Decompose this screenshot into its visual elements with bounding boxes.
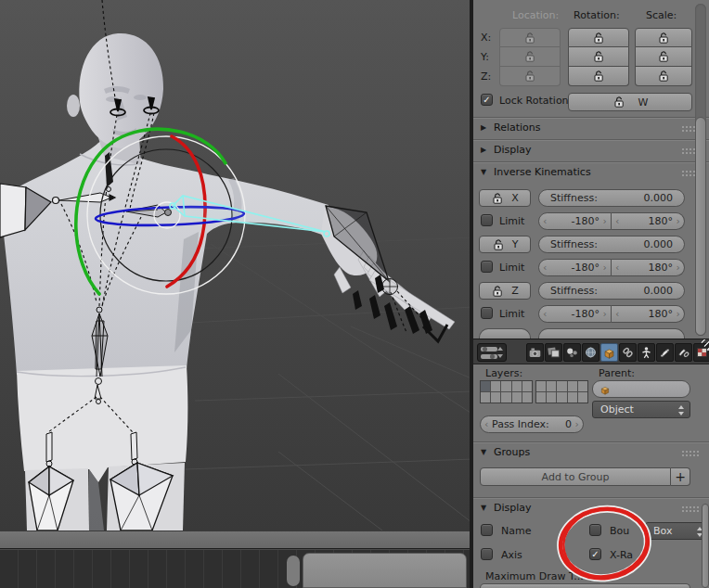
viewport-canvas[interactable] (0, 0, 473, 530)
ik-z-max-value: 180° (649, 308, 674, 320)
increment-icon[interactable]: › (575, 418, 579, 430)
scale-z-lock-button[interactable] (635, 67, 692, 86)
3d-viewport[interactable] (0, 0, 473, 530)
scale-lock-column (635, 28, 692, 86)
ik-y-min-field[interactable]: ‹ -180° › (538, 259, 612, 276)
layers-grid-left[interactable] (480, 380, 533, 403)
tab-bone-constraints[interactable] (675, 343, 692, 362)
stiffness-label: Stiffness: (550, 285, 598, 297)
groups-panel-header[interactable]: ▼ Groups (473, 441, 709, 462)
display-object-panel-header[interactable]: ▼ Display (473, 497, 709, 518)
increment-icon[interactable]: › (677, 215, 680, 227)
ik-z-limit-checkbox[interactable] (481, 307, 493, 319)
parent-type-dropdown[interactable]: Object (592, 401, 690, 418)
decrement-icon[interactable]: ‹ (615, 262, 619, 274)
ik-lock-x-button[interactable]: X (479, 189, 531, 207)
collapsed-arrow-icon: ▶ (481, 146, 486, 154)
scrollbar-thumb[interactable] (702, 504, 709, 588)
scale-x-lock-button[interactable] (635, 28, 692, 47)
scale-y-lock-button[interactable] (635, 47, 692, 67)
ik-z-min-value: -180° (572, 308, 599, 320)
editor-type-selector[interactable] (477, 343, 507, 362)
tab-render[interactable] (526, 343, 544, 362)
w-lock-label: W (638, 96, 649, 109)
ik-x-min-field[interactable]: ‹ -180° › (538, 212, 612, 230)
scrollbar-thumb[interactable] (695, 117, 706, 336)
increment-icon[interactable]: › (603, 215, 607, 227)
editor-resize-corner[interactable] (149, 554, 165, 569)
ik-z-limit-label: Limit (499, 308, 524, 320)
maximum-draw-type-label: Maximum Draw T... (485, 570, 584, 582)
increment-icon[interactable]: › (603, 262, 607, 274)
object-properties-panel: Layers: Parent: Object ‹ Pass Index: 0 ›… (473, 364, 709, 588)
ik-z-stiffness-slider[interactable]: Stiffness: 0.000 (538, 282, 685, 300)
stiffness-value: 0.000 (644, 192, 674, 204)
tab-bone[interactable] (656, 343, 674, 362)
tab-world[interactable] (582, 343, 599, 362)
timeline-strip[interactable] (0, 550, 473, 588)
add-to-group-button[interactable]: Add to Group (480, 467, 671, 486)
decrement-icon[interactable]: ‹ (615, 308, 619, 320)
rotation-lock-column (568, 28, 629, 86)
panel-grip-icon[interactable] (681, 505, 700, 514)
ik-x-max-field[interactable]: ‹ 180° › (612, 212, 685, 230)
decrement-icon[interactable]: ‹ (543, 215, 547, 227)
display-axis-checkbox[interactable] (481, 548, 493, 560)
timeline-marker[interactable] (287, 556, 300, 586)
ik-y-stiffness-slider[interactable]: Stiffness: 0.000 (538, 236, 685, 253)
increment-icon[interactable]: › (603, 308, 607, 320)
ik-y-max-value: 180° (649, 262, 674, 274)
location-x-lock-button (499, 28, 561, 47)
layers-grid-right[interactable] (535, 380, 588, 403)
new-group-button[interactable]: + (671, 467, 690, 486)
stiffness-label: Stiffness: (550, 238, 598, 250)
ik-x-limit-checkbox[interactable] (481, 214, 493, 226)
ik-z-max-field[interactable]: ‹ 180° › (612, 305, 685, 323)
panel-grip-icon[interactable] (681, 450, 700, 458)
location-y-lock-button (499, 47, 561, 67)
display-xray-checkbox[interactable]: ✓ (589, 548, 601, 560)
dropdown-arrows-icon (678, 404, 685, 416)
parent-object-field[interactable] (592, 380, 690, 398)
bounds-type-dropdown[interactable]: Box (645, 522, 709, 540)
ik-clipped-button[interactable] (479, 328, 531, 339)
increment-icon[interactable]: › (677, 308, 680, 320)
ik-z-min-field[interactable]: ‹ -180° › (538, 305, 612, 323)
decrement-icon[interactable]: ‹ (543, 308, 547, 320)
maximum-draw-type-field[interactable] (480, 583, 690, 588)
rotation-y-lock-button[interactable] (568, 47, 629, 67)
rotation-x-lock-button[interactable] (568, 28, 629, 47)
lock-rotation-checkbox[interactable]: ✓ (481, 94, 493, 106)
tab-scene[interactable] (563, 343, 581, 362)
display-name-checkbox[interactable] (481, 524, 493, 536)
ik-lock-z-button[interactable]: Z (479, 282, 531, 300)
display-xray-label: X-Ra (610, 549, 633, 561)
stiffness-value: 0.000 (644, 238, 674, 250)
decrement-icon[interactable]: ‹ (615, 215, 619, 227)
decrement-icon[interactable]: ‹ (543, 262, 547, 274)
pass-index-field[interactable]: ‹ Pass Index: 0 › (480, 415, 584, 433)
ik-x-max-value: 180° (649, 215, 674, 227)
decrement-icon[interactable]: ‹ (484, 418, 488, 430)
w-lock-button[interactable]: W (568, 93, 692, 111)
tab-object[interactable] (600, 343, 618, 362)
ik-x-min-value: -180° (572, 215, 599, 227)
relations-panel-header[interactable]: ▶ Relations (473, 117, 709, 137)
timeline-scrollbar[interactable] (303, 553, 467, 588)
ik-y-max-field[interactable]: ‹ 180° › (612, 259, 685, 276)
increment-icon[interactable]: › (677, 262, 680, 274)
display-bounds-checkbox[interactable] (589, 524, 601, 536)
rotation-z-lock-button[interactable] (568, 67, 629, 86)
tab-constraints[interactable] (619, 343, 637, 362)
ik-clipped-slider[interactable] (538, 328, 685, 339)
inverse-kinematics-panel-header[interactable]: ▼ Inverse Kinematics (473, 161, 709, 182)
ik-x-label: X (511, 192, 519, 204)
ik-y-limit-checkbox[interactable] (481, 261, 493, 273)
viewport-header-bar[interactable] (0, 530, 473, 549)
ik-lock-y-button[interactable]: Y (479, 236, 531, 253)
tab-render-layers[interactable] (545, 343, 562, 362)
tab-object-data-armature[interactable] (638, 343, 655, 362)
ik-x-stiffness-slider[interactable]: Stiffness: 0.000 (538, 189, 685, 207)
expanded-arrow-icon: ▼ (481, 504, 486, 512)
display-panel-header[interactable]: ▶ Display (473, 139, 709, 160)
